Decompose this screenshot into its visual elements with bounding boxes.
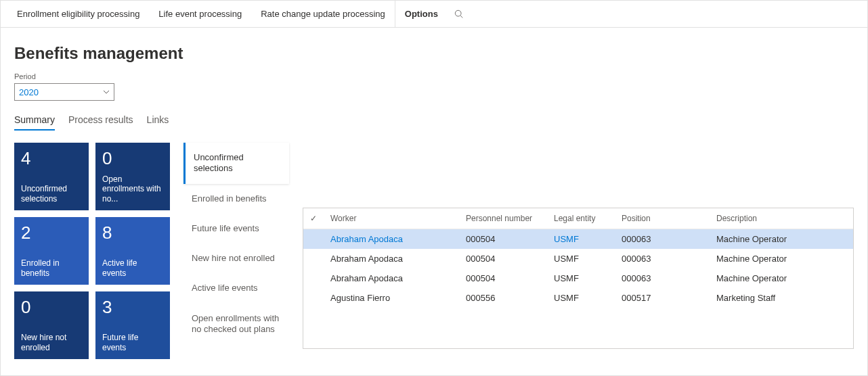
- toolbar-item-rate-change[interactable]: Rate change update processing: [251, 1, 395, 27]
- row-select-cell[interactable]: [303, 249, 324, 268]
- toolbar-options[interactable]: Options: [395, 1, 448, 27]
- period-label: Period: [14, 72, 854, 80]
- row-select-cell[interactable]: [303, 229, 324, 249]
- chevron-down-icon: [103, 89, 110, 95]
- tile-active-life-events[interactable]: 8 Active life events: [95, 217, 170, 285]
- listnav-enrolled-in-benefits[interactable]: Enrolled in benefits: [183, 184, 289, 214]
- column-header-personnel-number[interactable]: Personnel number: [459, 208, 547, 229]
- worker-grid: ✓ Worker Personnel number Legal entity P…: [303, 208, 854, 349]
- tile-count: 2: [21, 224, 82, 241]
- column-header-worker[interactable]: Worker: [324, 208, 459, 229]
- tile-count: 3: [102, 298, 163, 316]
- cell-description: Machine Operator: [710, 229, 853, 249]
- list-nav: Unconfirmed selections Enrolled in benef…: [183, 143, 289, 359]
- listnav-active-life-events[interactable]: Active life events: [183, 273, 289, 303]
- cell-worker[interactable]: Abraham Apodaca: [324, 229, 459, 249]
- listnav-future-life-events[interactable]: Future life events: [183, 214, 289, 243]
- cell-position: 000517: [615, 288, 710, 308]
- cell-position: 000063: [615, 268, 710, 288]
- tile-unconfirmed-selections[interactable]: 4 Unconfirmed selections: [14, 143, 89, 210]
- toolbar-item-enrollment-eligibility[interactable]: Enrollment eligibility processing: [7, 1, 149, 27]
- listnav-open-enrollments-no-checked[interactable]: Open enrollments with no checked out pla…: [183, 304, 289, 345]
- column-header-position[interactable]: Position: [615, 208, 710, 229]
- tile-count: 0: [21, 298, 82, 316]
- tile-count: 0: [102, 149, 163, 167]
- tile-count: 4: [21, 149, 82, 167]
- column-header-legal-entity[interactable]: Legal entity: [547, 208, 615, 229]
- table-row[interactable]: Abraham Apodaca000504USMF000063Machine O…: [303, 268, 853, 288]
- cell-legal-entity[interactable]: USMF: [547, 288, 615, 308]
- page-title: Benefits management: [14, 44, 854, 63]
- row-select-cell[interactable]: [303, 288, 324, 308]
- tile-future-life-events[interactable]: 3 Future life events: [95, 291, 170, 359]
- cell-personnel-number: 000556: [459, 288, 547, 308]
- tile-label: Active life events: [102, 258, 163, 278]
- svg-point-0: [455, 10, 461, 16]
- cell-description: Machine Operator: [710, 268, 853, 288]
- cell-personnel-number: 000504: [459, 268, 547, 288]
- cell-personnel-number: 000504: [459, 229, 547, 249]
- check-icon: ✓: [310, 214, 317, 223]
- tab-summary[interactable]: Summary: [14, 114, 55, 131]
- table-row[interactable]: Agustina Fierro000556USMF000517Marketing…: [303, 288, 853, 308]
- column-header-description[interactable]: Description: [710, 208, 853, 229]
- tile-enrolled-in-benefits[interactable]: 2 Enrolled in benefits: [14, 217, 89, 285]
- cell-worker[interactable]: Agustina Fierro: [324, 288, 459, 308]
- tile-label: Unconfirmed selections: [21, 184, 82, 204]
- cell-personnel-number: 000504: [459, 249, 547, 268]
- svg-line-1: [460, 16, 462, 18]
- tabs: Summary Process results Links: [14, 114, 854, 131]
- tile-label: Future life events: [102, 333, 163, 352]
- column-header-select[interactable]: ✓: [303, 208, 324, 229]
- table-row[interactable]: Abraham Apodaca000504USMF000063Machine O…: [303, 229, 853, 249]
- cell-position: 000063: [615, 249, 710, 268]
- cell-legal-entity[interactable]: USMF: [547, 249, 615, 268]
- row-select-cell[interactable]: [303, 268, 324, 288]
- tile-new-hire-not-enrolled[interactable]: 0 New hire not enrolled: [14, 291, 89, 359]
- tiles: 4 Unconfirmed selections 0 Open enrollme…: [14, 143, 170, 359]
- listnav-new-hire-not-enrolled[interactable]: New hire not enrolled: [183, 243, 289, 273]
- tile-label: New hire not enrolled: [21, 333, 82, 352]
- toolbar-search[interactable]: [448, 9, 471, 19]
- search-icon: [454, 9, 464, 19]
- cell-legal-entity[interactable]: USMF: [547, 268, 615, 288]
- table-row[interactable]: Abraham Apodaca000504USMF000063Machine O…: [303, 249, 853, 268]
- toolbar: Enrollment eligibility processing Life e…: [1, 1, 867, 28]
- tile-open-enrollments[interactable]: 0 Open enrollments with no...: [95, 143, 170, 210]
- tab-links[interactable]: Links: [147, 114, 169, 131]
- toolbar-item-life-event[interactable]: Life event processing: [149, 1, 251, 27]
- tile-count: 8: [102, 224, 163, 241]
- cell-worker[interactable]: Abraham Apodaca: [324, 268, 459, 288]
- cell-legal-entity[interactable]: USMF: [547, 229, 615, 249]
- tile-label: Enrolled in benefits: [21, 258, 82, 278]
- cell-worker[interactable]: Abraham Apodaca: [324, 249, 459, 268]
- cell-description: Marketing Staff: [710, 288, 853, 308]
- cell-description: Machine Operator: [710, 249, 853, 268]
- listnav-unconfirmed-selections[interactable]: Unconfirmed selections: [183, 143, 289, 184]
- tab-process-results[interactable]: Process results: [68, 114, 133, 131]
- tile-label: Open enrollments with no...: [102, 174, 163, 204]
- cell-position: 000063: [615, 229, 710, 249]
- period-select[interactable]: 2020: [14, 83, 114, 101]
- period-value: 2020: [19, 87, 39, 97]
